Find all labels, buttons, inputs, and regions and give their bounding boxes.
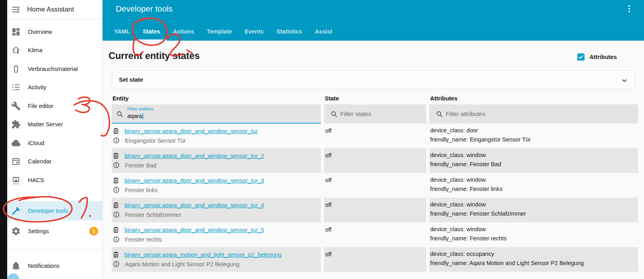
- state-value: off: [325, 177, 332, 183]
- sidebar-header: Home Assistant: [7, 0, 102, 19]
- sidebar-item-label: Activity: [28, 84, 46, 90]
- settings-badge: 1: [89, 227, 98, 236]
- sidebar-item-label: Matter Server: [28, 121, 63, 128]
- set-state-expander[interactable]: Set state: [112, 70, 635, 89]
- info-icon[interactable]: [113, 187, 120, 193]
- tab-yaml[interactable]: YAML: [108, 22, 136, 41]
- sidebar-item-label: Notifications: [28, 263, 59, 269]
- sidebar-item-file-editor[interactable]: File editor: [7, 97, 102, 115]
- filter-states-placeholder: Filter states: [340, 104, 371, 124]
- sidebar-item-label: Klima: [28, 47, 42, 53]
- app-name: Home Assistant: [27, 6, 74, 13]
- search-icon: [330, 110, 338, 118]
- chevron-down-icon: [621, 77, 628, 84]
- sidebar-item-settings[interactable]: Settings 1: [7, 222, 102, 241]
- filter-attributes-input[interactable]: Filter attributes: [429, 104, 638, 124]
- calendar-icon: [11, 157, 21, 166]
- column-header-entity[interactable]: Entity: [112, 93, 321, 104]
- tab-actions[interactable]: Actions: [166, 22, 200, 41]
- sidebar-item-hacs[interactable]: HACS HACS: [7, 171, 102, 189]
- search-icon: [436, 110, 443, 118]
- copy-clipboard-icon[interactable]: [113, 226, 119, 234]
- sidebar-item-verbrauchsmaterial[interactable]: Verbrauchsmaterial: [7, 60, 102, 78]
- list-bulleted-icon: [11, 83, 21, 92]
- sidebar-item-matter-server[interactable]: Matter Server: [7, 115, 102, 134]
- info-icon[interactable]: [113, 211, 120, 218]
- sidebar-item-label: File editor: [28, 103, 53, 109]
- entity-friendly-name: Aqara Motion and Light Sensor P2 Belegun…: [125, 261, 239, 267]
- state-value: off: [325, 226, 332, 233]
- entity-friendly-name: Fenster links: [125, 187, 158, 193]
- sidebar-item-developer-tools[interactable]: Developer tools: [7, 201, 102, 220]
- entity-friendly-name: Fenster Schlafzimmer: [125, 212, 181, 218]
- entity-cell: binary_sensor.aqara_door_and_window_sens…: [112, 124, 321, 148]
- copy-clipboard-icon[interactable]: [113, 251, 119, 258]
- attribute-line: friendly_name: Fenster Bad: [430, 161, 501, 167]
- svg-text:HACS: HACS: [13, 183, 19, 185]
- table-row: binary_sensor.aqara_motion_and_light_sen…: [112, 247, 638, 272]
- filter-entities-input[interactable]: Filter entities aqara: [112, 104, 321, 124]
- column-header-attributes[interactable]: Attributes: [429, 93, 638, 104]
- sidebar-item-label: Settings: [28, 228, 49, 234]
- entity-friendly-name: Fenster rechts: [125, 236, 162, 243]
- sidebar-item-label: HACS: [28, 177, 44, 183]
- sidebar-item-icloud[interactable]: iCloud: [7, 134, 102, 152]
- entity-id-link[interactable]: binary_sensor.aqara_door_and_window_sens…: [124, 227, 264, 233]
- sidebar-item-calendar[interactable]: Calendar: [7, 152, 102, 171]
- hacs-store-icon: HACS: [11, 175, 21, 185]
- tab-events[interactable]: Events: [238, 22, 270, 41]
- copy-clipboard-icon[interactable]: [113, 177, 119, 184]
- state-value: off: [325, 152, 332, 159]
- state-cell: off: [324, 124, 426, 148]
- section-heading: Current entity states: [109, 51, 200, 61]
- puzzle-icon: [11, 120, 21, 129]
- info-icon[interactable]: [113, 137, 120, 144]
- tab-template[interactable]: Template: [200, 22, 238, 41]
- sidebar-item-overview[interactable]: Overview: [7, 23, 102, 41]
- sidebar-item-label: iCloud: [28, 140, 44, 146]
- column-header-state[interactable]: State: [324, 93, 426, 104]
- state-cell: off: [324, 148, 426, 173]
- attributes-checkbox-label: Attributes: [590, 54, 617, 60]
- gear-icon: [11, 226, 21, 236]
- filter-entities-label: Filter entities: [127, 106, 153, 111]
- attributes-cell: device_class: door friendly_name: Eingan…: [429, 124, 638, 148]
- state-value: off: [325, 128, 332, 134]
- info-icon[interactable]: [113, 261, 120, 267]
- copy-clipboard-icon[interactable]: [113, 201, 119, 209]
- view-dashboard-icon: [11, 27, 21, 37]
- overflow-menu-icon[interactable]: [626, 5, 633, 13]
- info-icon[interactable]: [113, 162, 120, 169]
- state-cell: off: [324, 222, 426, 247]
- entity-id-link[interactable]: binary_sensor.aqara_door_and_window_sens…: [124, 153, 264, 159]
- attributes-cell: device_class: window friendly_name: Fens…: [429, 222, 638, 247]
- table-row: binary_sensor.aqara_door_and_window_sens…: [112, 222, 638, 247]
- entity-id-link[interactable]: binary_sensor.aqara_door_and_window_sens…: [124, 177, 264, 184]
- sidebar-toggle-icon[interactable]: [11, 5, 21, 14]
- tab-states[interactable]: States: [136, 22, 167, 41]
- copy-clipboard-icon[interactable]: [113, 127, 119, 135]
- attribute-line: device_class: occupancy: [430, 251, 494, 257]
- table-filter-row: Filter entities aqara Filter states Filt…: [112, 104, 638, 124]
- attributes-checkbox[interactable]: Attributes: [577, 53, 617, 61]
- sidebar-item-activity[interactable]: Activity: [7, 78, 102, 96]
- sidebar-divider: [7, 249, 102, 250]
- attribute-line: friendly_name: Fenster links: [430, 186, 502, 192]
- tab-assist[interactable]: Assist: [308, 22, 339, 41]
- sidebar-item-notifications[interactable]: Notifications: [7, 257, 102, 275]
- entity-id-link[interactable]: binary_sensor.aqara_door_and_window_sens…: [124, 202, 264, 208]
- entity-id-link[interactable]: binary_sensor.aqara_door_and_window_sens…: [124, 128, 258, 134]
- tab-statistics[interactable]: Statistics: [270, 22, 308, 41]
- table-row: binary_sensor.aqara_door_and_window_sens…: [112, 124, 638, 148]
- attributes-cell: device_class: window friendly_name: Fens…: [429, 198, 638, 222]
- entity-id-link[interactable]: binary_sensor.aqara_motion_and_light_sen…: [124, 251, 281, 258]
- state-value: off: [325, 202, 332, 208]
- text-cursor: [142, 113, 143, 119]
- sidebar-item-klima[interactable]: Klima: [7, 41, 102, 59]
- filter-states-input[interactable]: Filter states: [324, 104, 426, 124]
- info-icon[interactable]: [113, 236, 120, 243]
- entity-table-body: binary_sensor.aqara_door_and_window_sens…: [112, 124, 638, 279]
- table-header: Entity State Attributes: [112, 93, 638, 104]
- filter-entities-value: aqara: [127, 113, 142, 119]
- copy-clipboard-icon[interactable]: [113, 152, 119, 159]
